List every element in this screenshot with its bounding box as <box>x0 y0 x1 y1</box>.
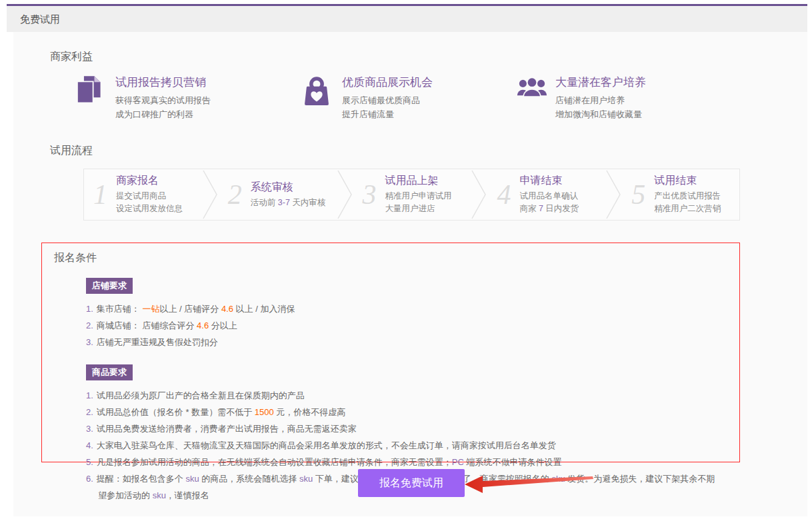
requirement-item: 5.凡是报名参加试用活动的商品，在无线端系统会自动设置收藏店铺申请条件，商家无需… <box>86 454 719 470</box>
step-text: 申请结束试用品名单确认商家 7 日内发货 <box>519 174 579 215</box>
step-desc-line: 商家 7 日内发货 <box>519 203 579 215</box>
chevron-separator-icon <box>605 169 622 220</box>
free-trial-page: 免费试用 商家利益 试用报告拷贝营销获得客观真实的试用报告成为口碑推广的利器 优… <box>0 0 812 529</box>
benefits-heading: 商家利益 <box>50 50 93 64</box>
step-title: 商家报名 <box>116 174 183 188</box>
text-segment: sku <box>299 474 313 484</box>
chevron-separator-icon <box>470 169 487 220</box>
benefit-desc-line: 展示店铺最优质商品 <box>342 93 433 107</box>
text-segment: 试用品名单确认 <box>519 191 578 201</box>
benefit-desc-line: 增加微淘和店铺收藏量 <box>555 107 646 121</box>
page-title: 免费试用 <box>7 6 807 32</box>
step-number: 1 <box>93 181 107 209</box>
requirement-item: 2.试用品总价值（报名价 * 数量）需不低于 1500 元，价格不得虚高 <box>86 404 719 420</box>
requirement-number: 3. <box>86 337 93 347</box>
shop-requirements-badge: 店铺要求 <box>86 278 133 294</box>
text-segment: 日内发货 <box>543 204 579 213</box>
red-annotation-arrow-icon <box>465 473 595 494</box>
text-segment: 试用品总价值（报名价 * 数量）需不低于 <box>97 407 255 417</box>
user-group-icon <box>517 76 546 101</box>
requirement-number: 2. <box>86 320 93 330</box>
benefit-title: 大量潜在客户培养 <box>555 75 646 90</box>
text-segment: 试用品免费发送给消费者，消费者产出试用报告，商品无需返还卖家 <box>97 424 357 434</box>
page-header: 免费试用 <box>7 4 807 32</box>
text-segment: ，谨慎报名 <box>166 490 209 500</box>
requirement-number: 1. <box>86 304 93 314</box>
step-desc-line: 设定试用发放信息 <box>116 203 183 215</box>
shopping-bag-heart-icon <box>303 76 333 111</box>
text-segment: 设定试用发放信息 <box>116 204 183 213</box>
text-segment: 分以上 <box>209 320 237 330</box>
text-segment: 提醒：如报名包含多个 <box>97 474 186 484</box>
benefit-text: 大量潜在客户培养店铺潜在用户培养增加微淘和店铺收藏量 <box>555 75 646 121</box>
step-title: 申请结束 <box>519 174 579 188</box>
text-segment: PC <box>452 457 464 467</box>
trial-flow-box: 1商家报名提交试用商品设定试用发放信息 2系统审核活动前 3-7 天内审核 3试… <box>83 169 740 221</box>
requirement-item: 4.大家电入驻菜鸟仓库、天猫物流宝及天猫国际的商品会采用名单发放的形式，不会生成… <box>86 437 719 454</box>
text-segment: 产出优质试用报告 <box>654 191 721 201</box>
shop-requirements-list: 1.集市店铺： 一钻以上 / 店铺评分 4.6 以上 / 加入消保2.商城店铺：… <box>86 300 719 350</box>
step-title: 试用品上架 <box>385 174 452 188</box>
requirement-number: 6. <box>86 474 93 484</box>
signup-free-trial-button[interactable]: 报名免费试用 <box>358 469 465 497</box>
requirement-item: 3.试用品免费发送给消费者，消费者产出试用报告，商品无需返还卖家 <box>86 420 719 437</box>
step-number: 2 <box>228 181 242 209</box>
text-segment: 商家 <box>519 204 538 213</box>
conditions-box: 报名条件 店铺要求 1.集市店铺： 一钻以上 / 店铺评分 4.6 以上 / 加… <box>41 243 740 462</box>
benefit-desc-line: 成为口碑推广的利器 <box>115 107 211 121</box>
benefit-item: 大量潜在客户培养店铺潜在用户培养增加微淘和店铺收藏量 <box>517 75 757 121</box>
text-segment: 端系统不做申请条件设置 <box>464 457 562 467</box>
text-segment: 精准用户申请试用 <box>385 191 452 201</box>
benefit-text: 优质商品展示机会展示店铺最优质商品提升店铺流量 <box>342 75 433 121</box>
benefit-title: 试用报告拷贝营销 <box>115 75 211 90</box>
benefit-item: 试用报告拷贝营销获得客观真实的试用报告成为口碑推广的利器 <box>77 75 303 121</box>
step-text: 系统审核活动前 3-7 天内审核 <box>251 181 326 209</box>
flow-step: 4申请结束试用品名单确认商家 7 日内发货 <box>487 174 605 215</box>
benefits-row: 试用报告拷贝营销获得客观真实的试用报告成为口碑推广的利器 优质商品展示机会展示店… <box>77 75 757 121</box>
requirement-item: 1.试用品必须为原厂出产的合格全新且在保质期内的产品 <box>86 387 719 404</box>
text-segment: sku <box>185 474 199 484</box>
requirement-number: 1. <box>86 390 93 400</box>
step-desc-line: 产出优质试用报告 <box>654 190 721 203</box>
text-segment: 一钻 <box>142 304 159 314</box>
requirement-number: 2. <box>86 407 93 417</box>
step-desc-line: 提交试用商品 <box>116 190 183 203</box>
benefit-item: 优质商品展示机会展示店铺最优质商品提升店铺流量 <box>303 75 517 121</box>
text-segment: 精准用户二次营销 <box>654 204 721 213</box>
flow-step: 2系统审核活动前 3-7 天内审核 <box>219 181 336 209</box>
text-segment: 商城店铺： 店铺综合评分 <box>97 320 197 330</box>
benefit-text: 试用报告拷贝营销获得客观真实的试用报告成为口碑推广的利器 <box>115 75 211 121</box>
text-segment: 的商品，系统会随机选择 <box>199 474 299 484</box>
text-segment: 集市店铺： <box>97 304 143 314</box>
requirement-number: 4. <box>86 440 93 450</box>
text-segment: 3-7 <box>278 198 290 207</box>
main-content: 商家利益 试用报告拷贝营销获得客观真实的试用报告成为口碑推广的利器 优质商品展示… <box>13 32 807 516</box>
benefit-desc-line: 店铺潜在用户培养 <box>555 93 646 107</box>
step-number: 5 <box>631 181 645 209</box>
step-title: 系统审核 <box>251 181 326 195</box>
text-segment: 提交试用商品 <box>116 191 166 201</box>
chevron-separator-icon <box>336 169 353 220</box>
text-segment: 大量用户进店 <box>385 204 435 213</box>
text-segment: 以上 / 加入消保 <box>233 304 295 314</box>
text-segment: 4.6 <box>221 304 233 314</box>
text-segment: sku <box>153 490 166 500</box>
step-desc-line: 精准用户二次营销 <box>654 203 721 215</box>
step-number: 3 <box>363 181 377 209</box>
step-text: 试用结束产出优质试用报告精准用户二次营销 <box>654 174 721 215</box>
step-desc-line: 活动前 3-7 天内审核 <box>251 197 326 209</box>
text-segment: 试用品必须为原厂出产的合格全新且在保质期内的产品 <box>97 390 305 400</box>
text-segment: 凡是报名参加试用活动的商品，在无线端系统会自动设置收藏店铺申请条件，商家无需设置… <box>97 457 452 467</box>
copy-documents-icon <box>77 76 106 109</box>
flow-step: 5试用结束产出优质试用报告精准用户二次营销 <box>622 174 739 215</box>
product-requirements-badge: 商品要求 <box>86 364 133 380</box>
requirement-number: 3. <box>86 424 93 434</box>
step-desc-line: 精准用户申请试用 <box>385 190 452 203</box>
text-segment: 4.6 <box>197 320 209 330</box>
step-title: 试用结束 <box>654 174 721 188</box>
text-segment: 大家电入驻菜鸟仓库、天猫物流宝及天猫国际的商品会采用名单发放的形式，不会生成订单… <box>97 440 556 450</box>
benefit-desc-line: 获得客观真实的试用报告 <box>115 93 211 107</box>
text-segment: 店铺无严重违规及售假处罚扣分 <box>97 337 218 347</box>
requirement-item: 3.店铺无严重违规及售假处罚扣分 <box>86 334 719 350</box>
flow-step: 1商家报名提交试用商品设定试用发放信息 <box>84 174 201 215</box>
